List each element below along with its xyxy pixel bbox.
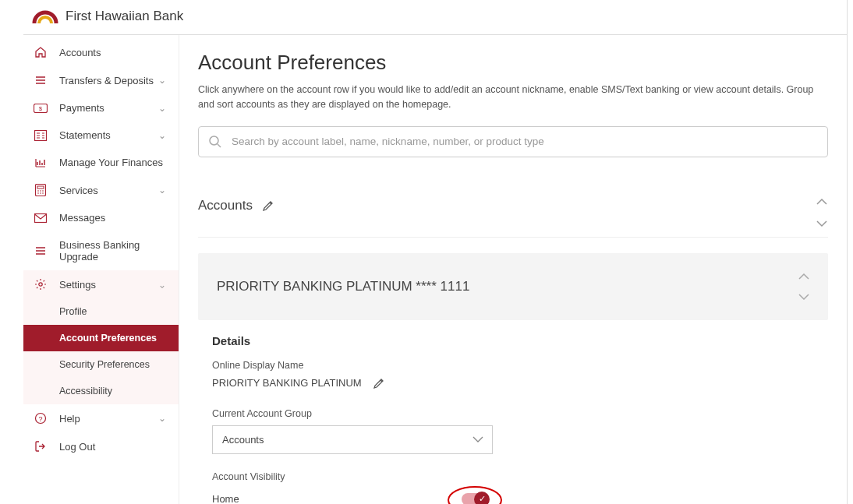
section-move-up[interactable] [816,198,828,206]
svg-point-7 [42,190,44,192]
sidebar-item-business-upgrade[interactable]: Business Banking Upgrade [23,231,179,270]
sidebar-item-label: Messages [59,212,166,224]
account-move-up[interactable] [798,273,809,280]
sidebar-item-settings[interactable]: Settings ⌃ [23,270,179,298]
sidebar-sub-security-preferences[interactable]: Security Preferences [23,351,179,378]
chart-icon [33,157,48,168]
svg-text:?: ? [38,415,42,423]
visibility-label: Account Visibility [212,471,814,482]
sidebar-item-statements[interactable]: Statements ⌄ [23,122,179,149]
brand-name: First Hawaiian Bank [65,9,183,24]
app-header: First Hawaiian Bank [23,0,847,35]
sidebar-item-label: Transfers & Deposits [59,75,158,86]
group-label: Current Account Group [212,408,814,419]
account-group-select[interactable]: Accounts [212,425,493,454]
sidebar-item-services[interactable]: Services ⌄ [23,176,179,204]
account-title: PRIORITY BANKING PLATINUM **** 1111 [217,279,469,294]
svg-point-8 [37,192,39,194]
section-title: Accounts [198,198,253,213]
sidebar-item-transfers[interactable]: Transfers & Deposits ⌄ [23,66,179,94]
display-name-value: PRIORITY BANKING PLATINUM [212,377,362,389]
edit-section-button[interactable] [262,199,274,212]
chevron-down-icon: ⌄ [158,75,166,86]
page-title: Account Preferences [198,51,828,75]
home-icon [33,46,48,58]
menu-icon [33,245,48,257]
menu-icon [33,74,48,86]
sidebar-item-label: Settings [59,279,158,291]
search-input[interactable] [232,136,818,147]
sidebar-item-label: Business Banking Upgrade [59,239,166,263]
svg-point-5 [37,190,39,192]
svg-point-9 [40,192,41,194]
calculator-icon [33,184,48,196]
sidebar-item-label: Statements [59,129,158,141]
logo-icon [31,8,59,25]
section-move-down[interactable] [816,220,828,227]
edit-display-name-button[interactable] [373,377,385,389]
logout-icon [33,440,48,453]
sidebar-item-label: Log Out [59,441,166,453]
account-details: Details Online Display Name PRIORITY BAN… [198,320,828,505]
sidebar-item-label: Help [59,413,158,425]
sidebar-item-label: Payments [59,102,158,114]
sidebar-item-label: Manage Your Finances [59,157,166,168]
page-description: Click anywhere on the account row if you… [198,83,828,112]
chevron-down-icon: ⌄ [158,413,166,424]
svg-point-10 [42,192,44,194]
svg-rect-4 [37,186,44,189]
chevron-down-icon: ⌄ [158,130,166,141]
search-icon [208,135,222,149]
sidebar-item-payments[interactable]: $ Payments ⌄ [23,94,179,122]
visibility-home-label: Home [212,493,462,504]
check-icon: ✓ [474,492,490,505]
gear-icon [33,278,48,291]
chevron-up-icon: ⌃ [158,279,166,290]
sidebar-item-label: Accounts [59,47,166,58]
chevron-down-icon: ⌄ [158,185,166,196]
settings-submenu: Profile Account Preferences Security Pre… [23,298,179,404]
visibility-home-toggle[interactable]: ✓ [462,493,488,505]
brand-logo: First Hawaiian Bank [31,8,183,25]
payment-icon: $ [33,104,48,113]
account-move-down[interactable] [798,294,809,300]
sidebar-sub-account-preferences[interactable]: Account Preferences [23,325,179,351]
sidebar-sub-profile[interactable]: Profile [23,298,179,325]
sidebar-item-logout[interactable]: Log Out [23,432,179,460]
display-name-label: Online Display Name [212,360,814,371]
sidebar-item-label: Services [59,185,158,196]
sidebar-item-accounts[interactable]: Accounts [23,38,179,66]
envelope-icon [33,213,48,223]
help-icon: ? [33,412,48,425]
svg-point-6 [40,190,41,192]
sidebar-item-manage-finances[interactable]: Manage Your Finances [23,149,179,176]
sidebar-sub-accessibility[interactable]: Accessibility [23,378,179,404]
search-box[interactable] [198,126,828,157]
accounts-section-header: Accounts [198,179,828,238]
details-heading: Details [212,334,814,347]
sidebar-item-help[interactable]: ? Help ⌄ [23,404,179,432]
sidebar-item-messages[interactable]: Messages [23,204,179,231]
sidebar-nav: Accounts Transfers & Deposits ⌄ $ Paymen… [23,35,179,504]
account-row[interactable]: PRIORITY BANKING PLATINUM **** 1111 [198,253,828,320]
svg-point-12 [39,283,42,286]
main-content: Account Preferences Click anywhere on th… [179,35,847,504]
svg-rect-2 [35,130,47,140]
statement-icon [33,130,48,141]
svg-point-15 [210,136,218,145]
svg-text:$: $ [39,105,42,111]
chevron-down-icon: ⌄ [158,103,166,114]
